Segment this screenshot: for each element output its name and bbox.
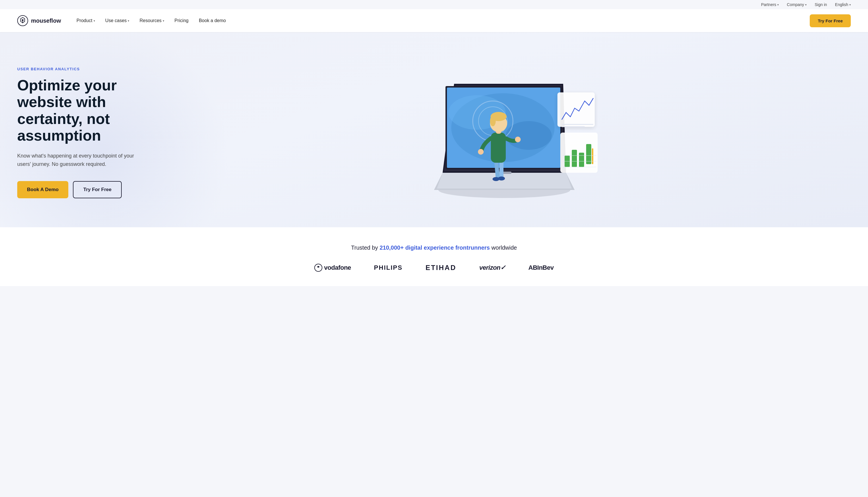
product-chevron-icon: ▾: [94, 19, 95, 23]
etihad-logo: ETIHAD: [425, 264, 456, 272]
verizon-logo: verizon✓: [479, 264, 505, 271]
nav-book-demo[interactable]: Book a demo: [195, 16, 230, 26]
nav-resources[interactable]: Resources ▾: [136, 16, 168, 26]
trusted-count: 210,000+ digital experience frontrunners: [379, 244, 490, 251]
svg-rect-30: [592, 148, 593, 164]
svg-point-1: [22, 19, 24, 21]
trusted-prefix: Trusted by: [351, 244, 379, 251]
hero-section: USER BEHAVIOR ANALYTICS Optimize your we…: [0, 32, 868, 227]
nav-links: Product ▾ Use cases ▾ Resources ▾ Pricin…: [72, 16, 810, 26]
hero-buttons: Book A Demo Try For Free: [17, 181, 167, 198]
hero-title: Optimize your website with certainty, no…: [17, 77, 167, 144]
resources-chevron-icon: ▾: [163, 19, 164, 23]
hero-illustration: [167, 52, 851, 213]
hero-subtitle: Know what's happening at every touchpoin…: [17, 152, 141, 168]
company-chevron-icon: ▾: [805, 3, 807, 6]
svg-point-16: [478, 149, 484, 155]
svg-rect-23: [562, 124, 593, 125]
trusted-section: Trusted by 210,000+ digital experience f…: [0, 227, 868, 286]
svg-rect-24: [562, 126, 585, 127]
nav-use-cases[interactable]: Use cases ▾: [101, 16, 134, 26]
nav-product[interactable]: Product ▾: [72, 16, 99, 26]
partners-menu[interactable]: Partners ▾: [761, 2, 779, 7]
use-cases-chevron-icon: ▾: [128, 19, 129, 23]
hero-laptop-svg: [420, 55, 598, 210]
nav-pricing[interactable]: Pricing: [170, 16, 193, 26]
svg-rect-28: [579, 153, 584, 167]
nav-product-label: Product: [76, 18, 92, 23]
svg-rect-15: [491, 132, 506, 163]
hero-badge: USER BEHAVIOR ANALYTICS: [17, 67, 167, 71]
trusted-suffix: worldwide: [490, 244, 517, 251]
language-menu[interactable]: English ▾: [835, 2, 851, 7]
hero-try-free-button[interactable]: Try For Free: [73, 181, 122, 198]
svg-rect-22: [557, 93, 595, 127]
vodafone-icon: [314, 264, 322, 272]
mouseflow-logo-icon: [17, 15, 28, 26]
hero-content: USER BEHAVIOR ANALYTICS Optimize your we…: [17, 67, 167, 198]
nav-try-free-button[interactable]: Try For Free: [810, 14, 851, 27]
svg-point-14: [498, 176, 505, 181]
signin-label: Sign in: [815, 2, 827, 7]
nav-actions: Try For Free: [810, 14, 851, 27]
svg-point-34: [314, 264, 322, 271]
top-bar: Partners ▾ Company ▾ Sign in English ▾: [0, 0, 868, 9]
svg-rect-27: [572, 150, 577, 167]
main-navbar: mouseflow Product ▾ Use cases ▾ Resource…: [0, 9, 868, 32]
trusted-text: Trusted by 210,000+ digital experience f…: [17, 244, 851, 251]
nav-pricing-label: Pricing: [174, 18, 188, 23]
logo-text: mouseflow: [31, 17, 61, 24]
partners-label: Partners: [761, 2, 776, 7]
hero-book-demo-button[interactable]: Book A Demo: [17, 181, 68, 198]
brand-logos-row: vodafone PHILIPS ETIHAD verizon✓ ABInBev: [17, 264, 851, 272]
partners-chevron-icon: ▾: [777, 3, 779, 6]
company-label: Company: [787, 2, 804, 7]
language-label: English: [835, 2, 848, 7]
svg-point-21: [490, 116, 496, 126]
abinbev-logo: ABInBev: [529, 264, 554, 271]
language-chevron-icon: ▾: [849, 3, 851, 6]
vodafone-logo: vodafone: [314, 264, 351, 272]
company-menu[interactable]: Company ▾: [787, 2, 807, 7]
signin-link[interactable]: Sign in: [815, 2, 827, 7]
nav-book-demo-label: Book a demo: [199, 18, 226, 23]
nav-use-cases-label: Use cases: [106, 18, 127, 23]
svg-point-17: [515, 137, 521, 142]
nav-resources-label: Resources: [140, 18, 161, 23]
logo-link[interactable]: mouseflow: [17, 15, 61, 26]
philips-logo: PHILIPS: [374, 264, 403, 271]
